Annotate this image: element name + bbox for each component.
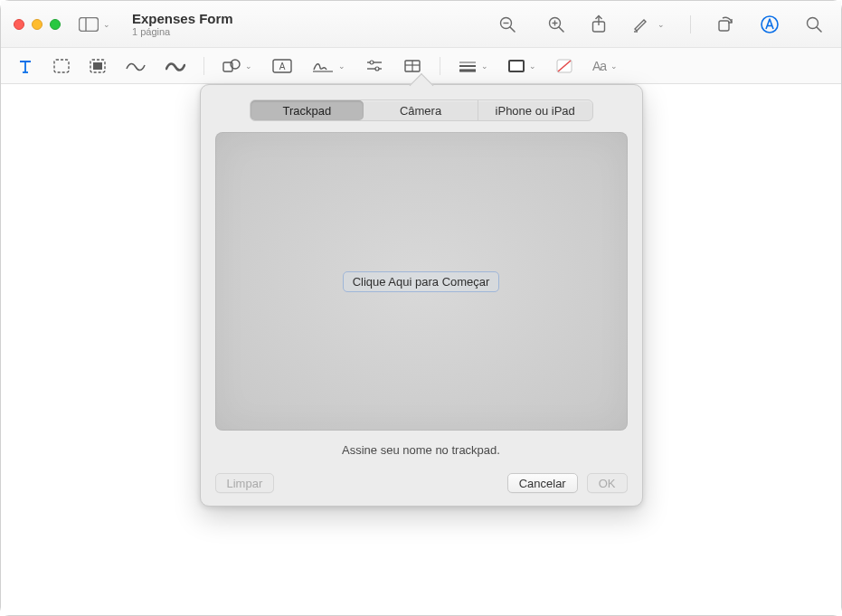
svg-rect-0 <box>80 17 99 31</box>
chevron-down-icon: ⌄ <box>481 62 488 71</box>
document-title: Expenses Form <box>132 11 233 26</box>
toolbar-right: ⌄ <box>498 14 828 34</box>
svg-line-15 <box>817 27 821 32</box>
chevron-down-icon: ⌄ <box>103 20 110 29</box>
signature-popover: Trackpad Câmera iPhone ou iPad Clique Aq… <box>200 84 643 507</box>
svg-point-25 <box>370 61 374 64</box>
rotate-icon <box>716 15 734 33</box>
rect-select-button[interactable] <box>53 59 70 73</box>
signature-source-tabs: Trackpad Câmera iPhone ou iPad <box>250 100 593 121</box>
search-button[interactable] <box>805 15 823 33</box>
zoom-out-button[interactable] <box>498 15 516 33</box>
share-button[interactable] <box>591 14 607 34</box>
font-style-button[interactable]: Aa ⌄ <box>592 59 618 73</box>
svg-rect-18 <box>93 62 102 70</box>
titlebar: ⌄ Expenses Form 1 página <box>1 1 841 48</box>
search-icon <box>805 15 823 33</box>
window-controls <box>14 19 61 30</box>
markup-icon <box>760 14 780 34</box>
document-info: Expenses Form 1 página <box>132 11 233 38</box>
redact-icon <box>90 59 106 73</box>
zoom-out-icon <box>498 15 516 33</box>
border-color-button[interactable]: ⌄ <box>508 60 536 72</box>
popover-buttons: Limpar Cancelar OK <box>215 473 628 493</box>
fullscreen-window-button[interactable] <box>50 19 61 30</box>
text-cursor-icon <box>17 58 33 74</box>
markup-button[interactable] <box>760 14 780 34</box>
svg-line-6 <box>559 27 563 32</box>
share-icon <box>591 14 607 34</box>
highlight-button[interactable] <box>632 15 650 33</box>
sidebar-toggle-button[interactable]: ⌄ <box>79 17 110 32</box>
fill-swatch-icon <box>556 59 572 73</box>
tab-camera[interactable]: Câmera <box>364 100 478 120</box>
signature-pad[interactable]: Clique Aqui para Começar <box>215 132 628 431</box>
svg-rect-16 <box>54 60 69 72</box>
start-signing-button[interactable]: Clique Aqui para Começar <box>343 271 500 292</box>
svg-rect-11 <box>719 21 729 31</box>
rotate-button[interactable] <box>716 15 734 33</box>
cancel-button[interactable]: Cancelar <box>507 473 578 493</box>
document-subtitle: 1 página <box>132 26 233 38</box>
border-swatch-icon <box>508 60 525 72</box>
zoom-in-icon <box>547 15 565 33</box>
stroke-weight-button[interactable]: ⌄ <box>459 60 488 72</box>
shapes-icon <box>222 59 241 73</box>
crop-button[interactable] <box>403 59 421 73</box>
signature-hint: Assine seu nome no trackpad. <box>215 443 628 457</box>
tab-iphone-ipad[interactable]: iPhone ou iPad <box>478 100 592 120</box>
divider <box>690 15 691 33</box>
rect-select-icon <box>53 59 70 73</box>
font-icon: Aa <box>592 59 606 73</box>
zoom-in-button[interactable] <box>547 15 565 33</box>
document-canvas: Trackpad Câmera iPhone ou iPad Clique Aq… <box>1 84 841 615</box>
text-selection-button[interactable] <box>17 58 33 74</box>
crop-icon <box>403 59 421 73</box>
chevron-down-icon: ⌄ <box>338 62 345 71</box>
chevron-down-icon: ⌄ <box>610 62 618 71</box>
redact-button[interactable] <box>90 59 106 73</box>
svg-text:A: A <box>279 62 286 71</box>
svg-point-27 <box>375 67 379 71</box>
clear-button[interactable]: Limpar <box>215 473 275 493</box>
minimize-window-button[interactable] <box>32 19 43 30</box>
chevron-down-icon: ⌄ <box>529 62 536 71</box>
draw-button[interactable] <box>166 60 185 72</box>
sliders-icon <box>365 59 383 73</box>
chevron-down-icon: ⌄ <box>658 20 665 29</box>
draw-icon <box>166 60 185 72</box>
sidebar-icon <box>79 17 99 32</box>
close-window-button[interactable] <box>14 19 24 30</box>
adjust-color-button[interactable] <box>365 59 383 73</box>
sketch-button[interactable] <box>126 60 146 72</box>
svg-line-3 <box>510 27 515 32</box>
ok-button[interactable]: OK <box>587 473 628 493</box>
sign-button[interactable]: ⌄ <box>312 59 345 73</box>
text-box-button[interactable]: A <box>272 59 292 73</box>
text-box-icon: A <box>272 59 292 73</box>
sketch-icon <box>126 60 146 72</box>
tab-trackpad[interactable]: Trackpad <box>251 100 364 120</box>
highlight-icon <box>632 15 650 33</box>
shapes-button[interactable]: ⌄ <box>222 59 252 73</box>
chevron-down-icon: ⌄ <box>245 62 252 71</box>
fill-color-button[interactable] <box>556 59 572 73</box>
signature-icon <box>312 59 334 73</box>
line-weight-icon <box>459 60 477 72</box>
